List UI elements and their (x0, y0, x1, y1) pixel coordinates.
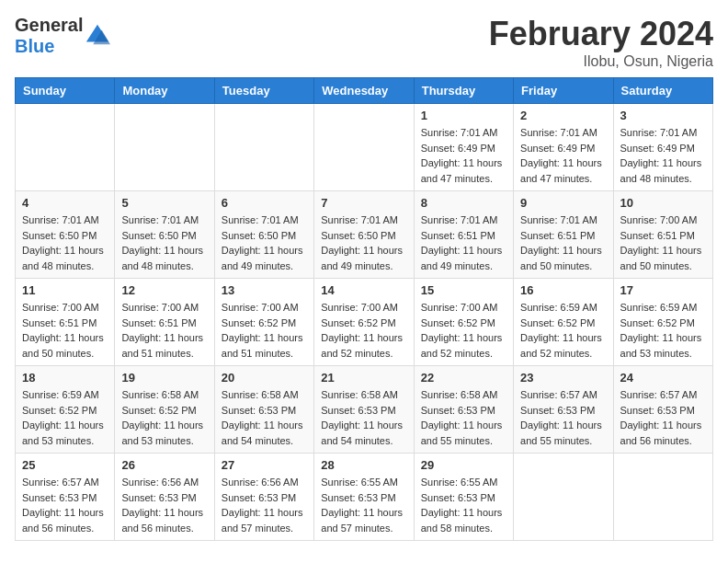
calendar-cell: 22Sunrise: 6:58 AMSunset: 6:53 PMDayligh… (414, 366, 513, 454)
day-number: 28 (321, 458, 406, 472)
day-info: Sunrise: 7:00 AMSunset: 6:52 PMDaylight:… (321, 300, 406, 361)
day-info: Sunrise: 6:59 AMSunset: 6:52 PMDaylight:… (520, 300, 606, 361)
weekday-header-tuesday: Tuesday (214, 78, 313, 104)
calendar-week-row: 1Sunrise: 7:01 AMSunset: 6:49 PMDaylight… (16, 104, 713, 191)
day-info: Sunrise: 7:01 AMSunset: 6:50 PMDaylight:… (321, 213, 406, 273)
calendar-cell: 3Sunrise: 7:01 AMSunset: 6:49 PMDaylight… (613, 104, 712, 191)
calendar-week-row: 18Sunrise: 6:59 AMSunset: 6:52 PMDayligh… (16, 366, 713, 454)
weekday-header-monday: Monday (115, 78, 214, 104)
day-number: 6 (222, 196, 307, 210)
day-number: 8 (421, 196, 506, 210)
calendar-cell (514, 454, 613, 541)
title-block: February 2024 Ilobu, Osun, Nigeria (489, 15, 713, 70)
location-subtitle: Ilobu, Osun, Nigeria (489, 53, 713, 70)
day-number: 13 (222, 283, 307, 297)
day-number: 5 (121, 196, 207, 210)
day-number: 27 (222, 458, 307, 472)
calendar-cell: 18Sunrise: 6:59 AMSunset: 6:52 PMDayligh… (16, 366, 115, 454)
day-number: 1 (421, 109, 506, 122)
calendar-week-row: 4Sunrise: 7:01 AMSunset: 6:50 PMDaylight… (16, 191, 713, 279)
calendar-cell: 12Sunrise: 7:00 AMSunset: 6:51 PMDayligh… (115, 279, 214, 366)
calendar-cell: 5Sunrise: 7:01 AMSunset: 6:50 PMDaylight… (115, 191, 214, 279)
calendar-cell: 11Sunrise: 7:00 AMSunset: 6:51 PMDayligh… (16, 279, 115, 366)
day-info: Sunrise: 7:00 AMSunset: 6:52 PMDaylight:… (421, 300, 506, 361)
calendar-cell: 26Sunrise: 6:56 AMSunset: 6:53 PMDayligh… (115, 454, 214, 541)
day-number: 21 (321, 371, 406, 385)
day-number: 7 (321, 196, 406, 210)
calendar-cell: 13Sunrise: 7:00 AMSunset: 6:52 PMDayligh… (214, 279, 313, 366)
day-number: 3 (620, 109, 706, 122)
day-info: Sunrise: 7:01 AMSunset: 6:50 PMDaylight:… (22, 213, 108, 273)
logo-blue: Blue (15, 36, 54, 56)
day-info: Sunrise: 6:57 AMSunset: 6:53 PMDaylight:… (22, 475, 108, 535)
day-info: Sunrise: 6:57 AMSunset: 6:53 PMDaylight:… (520, 387, 606, 448)
day-number: 15 (421, 283, 506, 297)
day-number: 29 (421, 458, 506, 472)
day-number: 23 (520, 371, 606, 385)
calendar-table: SundayMondayTuesdayWednesdayThursdayFrid… (15, 77, 713, 541)
day-number: 19 (121, 371, 207, 385)
day-info: Sunrise: 7:01 AMSunset: 6:49 PMDaylight:… (520, 125, 606, 186)
day-info: Sunrise: 7:01 AMSunset: 6:49 PMDaylight:… (620, 125, 706, 186)
calendar-week-row: 25Sunrise: 6:57 AMSunset: 6:53 PMDayligh… (16, 454, 713, 541)
calendar-cell: 25Sunrise: 6:57 AMSunset: 6:53 PMDayligh… (16, 454, 115, 541)
calendar-cell: 8Sunrise: 7:01 AMSunset: 6:51 PMDaylight… (414, 191, 513, 279)
calendar-cell: 23Sunrise: 6:57 AMSunset: 6:53 PMDayligh… (514, 366, 613, 454)
logo: General Blue (15, 15, 110, 57)
day-info: Sunrise: 7:00 AMSunset: 6:51 PMDaylight:… (22, 300, 108, 361)
calendar-cell: 10Sunrise: 7:00 AMSunset: 6:51 PMDayligh… (613, 191, 712, 279)
calendar-cell: 9Sunrise: 7:01 AMSunset: 6:51 PMDaylight… (514, 191, 613, 279)
day-number: 14 (321, 283, 406, 297)
calendar-cell (16, 104, 115, 191)
day-info: Sunrise: 6:56 AMSunset: 6:53 PMDaylight:… (222, 475, 307, 535)
day-number: 17 (620, 283, 706, 297)
calendar-cell: 21Sunrise: 6:58 AMSunset: 6:53 PMDayligh… (314, 366, 414, 454)
day-info: Sunrise: 7:00 AMSunset: 6:52 PMDaylight:… (222, 300, 307, 361)
calendar-cell (115, 104, 214, 191)
calendar-cell: 14Sunrise: 7:00 AMSunset: 6:52 PMDayligh… (314, 279, 414, 366)
day-info: Sunrise: 6:58 AMSunset: 6:53 PMDaylight:… (421, 387, 506, 448)
day-number: 11 (22, 283, 108, 297)
day-info: Sunrise: 6:58 AMSunset: 6:53 PMDaylight:… (321, 387, 406, 448)
day-info: Sunrise: 7:00 AMSunset: 6:51 PMDaylight:… (121, 300, 207, 361)
logo-text: General Blue (15, 15, 83, 57)
weekday-header-wednesday: Wednesday (314, 78, 414, 104)
day-number: 26 (121, 458, 207, 472)
day-info: Sunrise: 7:01 AMSunset: 6:51 PMDaylight:… (421, 213, 506, 273)
calendar-cell: 7Sunrise: 7:01 AMSunset: 6:50 PMDaylight… (314, 191, 414, 279)
calendar-cell (314, 104, 414, 191)
calendar-cell: 19Sunrise: 6:58 AMSunset: 6:52 PMDayligh… (115, 366, 214, 454)
day-number: 4 (22, 196, 108, 210)
day-number: 20 (222, 371, 307, 385)
calendar-cell: 2Sunrise: 7:01 AMSunset: 6:49 PMDaylight… (514, 104, 613, 191)
calendar-cell: 20Sunrise: 6:58 AMSunset: 6:53 PMDayligh… (214, 366, 313, 454)
day-number: 16 (520, 283, 606, 297)
calendar-cell: 6Sunrise: 7:01 AMSunset: 6:50 PMDaylight… (214, 191, 313, 279)
calendar-cell: 27Sunrise: 6:56 AMSunset: 6:53 PMDayligh… (214, 454, 313, 541)
day-number: 9 (520, 196, 606, 210)
day-info: Sunrise: 7:01 AMSunset: 6:50 PMDaylight:… (222, 213, 307, 273)
day-info: Sunrise: 7:01 AMSunset: 6:50 PMDaylight:… (121, 213, 207, 273)
calendar-cell: 1Sunrise: 7:01 AMSunset: 6:49 PMDaylight… (414, 104, 513, 191)
day-number: 24 (620, 371, 706, 385)
calendar-cell: 17Sunrise: 6:59 AMSunset: 6:52 PMDayligh… (613, 279, 712, 366)
calendar-week-row: 11Sunrise: 7:00 AMSunset: 6:51 PMDayligh… (16, 279, 713, 366)
day-info: Sunrise: 6:59 AMSunset: 6:52 PMDaylight:… (22, 387, 108, 448)
weekday-header-saturday: Saturday (613, 78, 712, 104)
weekday-header-friday: Friday (514, 78, 613, 104)
day-info: Sunrise: 6:56 AMSunset: 6:53 PMDaylight:… (121, 475, 207, 535)
day-number: 18 (22, 371, 108, 385)
logo-icon (85, 23, 110, 49)
weekday-header-sunday: Sunday (16, 78, 115, 104)
day-info: Sunrise: 7:01 AMSunset: 6:51 PMDaylight:… (520, 213, 606, 273)
day-number: 12 (121, 283, 207, 297)
calendar-cell: 16Sunrise: 6:59 AMSunset: 6:52 PMDayligh… (514, 279, 613, 366)
calendar-cell: 29Sunrise: 6:55 AMSunset: 6:53 PMDayligh… (414, 454, 513, 541)
day-info: Sunrise: 6:55 AMSunset: 6:53 PMDaylight:… (321, 475, 406, 535)
day-number: 10 (620, 196, 706, 210)
day-info: Sunrise: 7:00 AMSunset: 6:51 PMDaylight:… (620, 213, 706, 273)
day-info: Sunrise: 6:59 AMSunset: 6:52 PMDaylight:… (620, 300, 706, 361)
calendar-cell: 28Sunrise: 6:55 AMSunset: 6:53 PMDayligh… (314, 454, 414, 541)
calendar-cell: 24Sunrise: 6:57 AMSunset: 6:53 PMDayligh… (613, 366, 712, 454)
page-header: General Blue February 2024 Ilobu, Osun, … (15, 15, 713, 70)
